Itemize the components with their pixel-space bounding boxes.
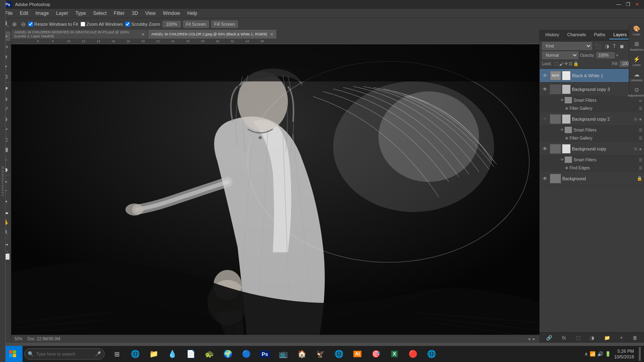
- filter-gallery-vis-bg2[interactable]: ◉: [564, 135, 570, 141]
- layer-bg-copy[interactable]: 👁 Background copy ◎ ▲: [540, 142, 644, 156]
- taskbar-app5[interactable]: 🐢: [200, 346, 218, 362]
- collapse-icon-bg2[interactable]: ▲: [638, 117, 642, 121]
- layer-filter-adjust[interactable]: ◑: [604, 43, 610, 49]
- menu-view[interactable]: View: [142, 10, 159, 17]
- menu-layer[interactable]: Layer: [53, 10, 71, 17]
- zoom-out-icon[interactable]: ⊖: [21, 21, 26, 27]
- filter-gallery-vis-bg3[interactable]: ◉: [564, 105, 570, 111]
- menu-select[interactable]: Select: [90, 10, 109, 17]
- fit-screen-button[interactable]: Fit Screen: [183, 21, 209, 28]
- close-tab-color[interactable]: ✕: [270, 32, 273, 37]
- layer-link-button[interactable]: 🔗: [545, 334, 554, 341]
- resize-windows-check[interactable]: Resize Windows to Fit: [28, 22, 78, 27]
- filter-menu-bgc[interactable]: ☰: [639, 158, 642, 162]
- close-button[interactable]: ✕: [634, 2, 641, 7]
- menu-image[interactable]: Image: [32, 10, 52, 17]
- menu-edit[interactable]: Edit: [17, 10, 31, 17]
- taskbar-explorer[interactable]: 📁: [145, 346, 163, 362]
- fill-screen-button[interactable]: Fill Screen: [211, 21, 238, 28]
- layer-adjustment-button[interactable]: ◑: [588, 334, 596, 341]
- zoom-all-windows-check[interactable]: Zoom All Windows: [80, 22, 123, 27]
- maximize-button[interactable]: ❐: [624, 2, 632, 7]
- taskbar-app4[interactable]: 📄: [182, 346, 200, 362]
- scrubby-zoom-checkbox[interactable]: [125, 22, 130, 27]
- color-panel-icon[interactable]: 🎨 Color: [630, 24, 643, 37]
- filter-gallery-menu-bg2[interactable]: ☰: [639, 136, 642, 140]
- layer-vis-bg[interactable]: 👁: [541, 175, 549, 182]
- menu-help[interactable]: Help: [184, 10, 200, 17]
- layer-vis-bw1[interactable]: 👁: [541, 72, 549, 79]
- taskbar-search-input[interactable]: [36, 352, 93, 356]
- blend-mode-select[interactable]: Normal: [542, 51, 578, 59]
- minimize-button[interactable]: —: [615, 2, 623, 7]
- collapse-icon-bgc[interactable]: ▲: [638, 146, 642, 151]
- layer-fx-button[interactable]: fx: [561, 334, 568, 341]
- resize-windows-checkbox[interactable]: [28, 22, 33, 27]
- lock-paint-icon[interactable]: 🖌: [559, 62, 564, 66]
- canvas[interactable]: [11, 44, 539, 335]
- taskbar-excel[interactable]: X: [386, 346, 403, 362]
- tab-paths[interactable]: Paths: [590, 31, 609, 39]
- taskbar-app11[interactable]: 🦅: [312, 346, 329, 362]
- filter-vis-bgc[interactable]: 👁: [559, 157, 565, 162]
- clock-display[interactable]: 5:26 PM 10/5/2018: [614, 348, 634, 360]
- taskbar-acrobat[interactable]: 🔴: [404, 346, 422, 362]
- adjustments-panel-icon[interactable]: ⊙ Adjustments: [630, 85, 643, 98]
- zoom-in-icon[interactable]: ⊕: [12, 21, 17, 27]
- tab-color[interactable]: ANGEL W CHILDREN COLOR 2.jpeg @ 50% (Bla…: [148, 30, 277, 39]
- taskbar-app17[interactable]: 🌐: [423, 346, 440, 362]
- filter-menu-bg2[interactable]: ☰: [639, 128, 642, 132]
- tray-network[interactable]: 📶: [590, 351, 596, 357]
- taskbar-photoshop-app[interactable]: Ps: [256, 346, 274, 362]
- layer-kind-filter[interactable]: Kind: [542, 42, 592, 50]
- close-tab-grayscale[interactable]: ✕: [141, 32, 144, 37]
- menu-3d[interactable]: 3D: [128, 10, 141, 17]
- filter-vis-bg3[interactable]: 👁: [559, 97, 565, 103]
- layer-new-button[interactable]: +: [618, 334, 624, 341]
- layer-vis-bg3[interactable]: 👁: [541, 86, 549, 93]
- taskbar-app14[interactable]: 🎯: [367, 346, 385, 362]
- menu-window[interactable]: Window: [160, 10, 184, 17]
- tray-volume[interactable]: 🔊: [597, 351, 603, 357]
- opacity-chevron[interactable]: ▾: [616, 53, 618, 58]
- taskbar-task-view[interactable]: ⊞: [108, 346, 126, 362]
- tray-battery[interactable]: 🔋: [605, 351, 611, 357]
- start-button[interactable]: [3, 346, 23, 362]
- taskbar-app9[interactable]: 📺: [275, 346, 292, 362]
- taskbar-search-box[interactable]: 🔍 🎤: [24, 348, 105, 360]
- lock-move-icon[interactable]: ✛: [564, 61, 568, 66]
- taskbar-app7[interactable]: 🔵: [237, 346, 255, 362]
- layer-delete-button[interactable]: 🗑: [631, 334, 639, 341]
- lock-artboard-icon[interactable]: ⊡: [569, 61, 572, 66]
- find-edges-vis-bgc[interactable]: ◉: [564, 165, 570, 171]
- layer-filter-shape[interactable]: ◼: [619, 43, 625, 49]
- microphone-icon[interactable]: 🎤: [95, 351, 101, 357]
- layer-bg-copy2[interactable]: 👁 Background copy 2 ◎ ▲: [540, 112, 644, 126]
- taskbar-app10[interactable]: 🏠: [293, 346, 311, 362]
- taskbar-edge[interactable]: 🌐: [126, 346, 144, 362]
- filter-gallery-menu-bg3[interactable]: ☰: [639, 106, 642, 111]
- lock-transparent-icon[interactable]: ⬚: [554, 61, 558, 66]
- nav-arrows[interactable]: ◄ ►: [527, 337, 536, 341]
- layer-filter-pixel[interactable]: ⬛: [594, 43, 602, 49]
- tray-icon-1[interactable]: ∧: [584, 351, 588, 357]
- tab-history[interactable]: History: [541, 31, 563, 39]
- tab-channels[interactable]: Channels: [563, 31, 590, 39]
- taskbar-chrome[interactable]: 🌍: [219, 346, 237, 362]
- taskbar-illustrator[interactable]: Ai: [349, 346, 366, 362]
- menu-type[interactable]: Type: [72, 10, 89, 17]
- lock-all-icon[interactable]: 🔒: [573, 61, 579, 66]
- layer-group-button[interactable]: 📁: [603, 334, 612, 341]
- show-desktop-button[interactable]: [639, 347, 641, 361]
- layer-vis-bg2[interactable]: 👁: [541, 115, 549, 123]
- opacity-input[interactable]: [597, 52, 615, 58]
- window-controls[interactable]: — ❐ ✕: [615, 2, 641, 7]
- menu-filter[interactable]: Filter: [111, 10, 128, 17]
- zoom-all-checkbox[interactable]: [80, 22, 85, 27]
- swatches-panel-icon[interactable]: ⊞ Swatches: [630, 39, 643, 52]
- taskbar-dropbox[interactable]: 💧: [163, 346, 181, 362]
- libraries-panel-icon[interactable]: ☁ Libraries: [630, 70, 643, 83]
- layer-background[interactable]: 👁 Background 🔒: [540, 172, 644, 185]
- tab-grayscale[interactable]: ANGEL W CHILDREN MODIFIED IN GRAYSCALE I…: [11, 30, 148, 39]
- layer-vis-bgc[interactable]: 👁: [541, 145, 549, 152]
